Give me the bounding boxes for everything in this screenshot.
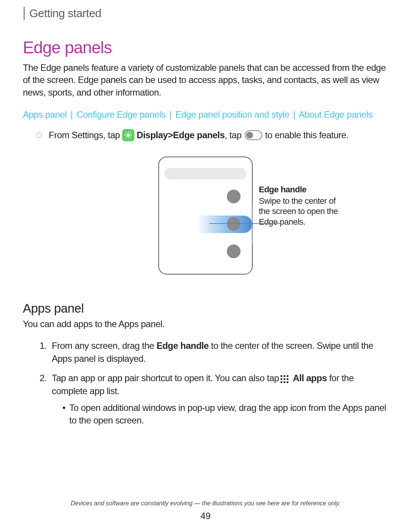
callout-title: Edge handle: [259, 184, 342, 195]
sub-bullet-row: • To open additional windows in pop-up v…: [52, 401, 388, 427]
callout-text: Swipe to the center of the screen to ope…: [259, 196, 342, 227]
link-apps-panel[interactable]: Apps panel: [23, 109, 67, 120]
intro-paragraph: The Edge panels feature a variety of cus…: [23, 62, 388, 99]
sub-bullet-text: To open additional windows in pop-up vie…: [69, 401, 388, 427]
svg-line-8: [130, 133, 131, 133]
header-bar: [24, 7, 25, 20]
instruction-mid: , tap: [225, 130, 241, 141]
step-number: 2.: [40, 372, 52, 427]
section-title: Getting started: [29, 7, 101, 20]
connector-line: [209, 223, 282, 224]
footer-note: Devices and software are constantly evol…: [0, 500, 411, 507]
callout-box: Edge handle Swipe to the center of the s…: [259, 184, 342, 227]
all-apps-grid-icon: [280, 375, 288, 383]
section-header: Getting started: [23, 7, 388, 20]
phone-frame-illustration: [158, 157, 253, 275]
svg-line-5: [126, 133, 126, 133]
app-dot-icon: [227, 217, 241, 231]
instruction-row: From Settings, tap Display > Edge panels…: [23, 129, 388, 141]
sub-bullet-dot: •: [62, 401, 69, 427]
step-number: 1.: [40, 339, 52, 365]
step-text: From any screen, drag the: [52, 340, 156, 351]
footer: Devices and software are constantly evol…: [0, 500, 411, 521]
link-configure[interactable]: Configure Edge panels: [76, 109, 166, 120]
step-text: Tap an app or app pair shortcut to open …: [52, 373, 279, 383]
app-dot-icon: [227, 244, 241, 258]
instruction-prefix: From Settings, tap: [49, 130, 120, 141]
chevron-text: >: [168, 130, 173, 141]
toggle-icon: [245, 130, 262, 140]
link-separator: |: [293, 109, 295, 120]
link-separator: |: [169, 109, 172, 120]
page-number: 49: [0, 511, 411, 521]
links-row: Apps panel | Configure Edge panels | Edg…: [23, 109, 388, 120]
display-icon: [122, 129, 134, 141]
instruction-display-label: Display: [137, 130, 168, 141]
step-body: From any screen, drag the Edge handle to…: [52, 339, 388, 365]
step-bold: Edge handle: [156, 340, 209, 351]
subsection-title: Apps panel: [23, 301, 388, 316]
step-row: 2. Tap an app or app pair shortcut to op…: [40, 372, 388, 427]
svg-point-0: [126, 134, 130, 137]
page-title: Edge panels: [23, 38, 388, 57]
svg-line-7: [126, 137, 126, 137]
step-row: 1. From any screen, drag the Edge handle…: [40, 339, 388, 365]
subsection-intro: You can add apps to the Apps panel.: [23, 319, 388, 329]
app-dot-icon: [227, 190, 241, 203]
link-position[interactable]: Edge panel position and style: [175, 109, 289, 120]
instruction-edge-panels-label: Edge panels: [173, 130, 225, 141]
step-body: Tap an app or app pair shortcut to open …: [52, 372, 388, 427]
link-separator: |: [70, 109, 73, 120]
svg-line-6: [130, 137, 131, 137]
dotted-bullet-icon: [37, 133, 42, 138]
steps-list: 1. From any screen, drag the Edge handle…: [23, 339, 388, 427]
phone-search-bar: [164, 168, 247, 179]
step-bold: All apps: [291, 373, 327, 383]
swipe-gradient: [193, 216, 252, 233]
instruction-suffix: to enable this feature.: [265, 130, 349, 141]
link-about[interactable]: About Edge panels: [299, 109, 373, 120]
